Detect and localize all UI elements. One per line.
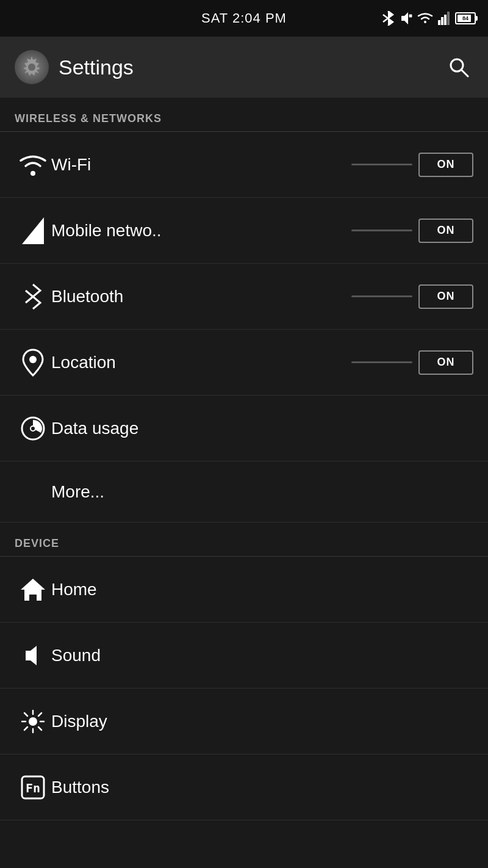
svg-line-29 bbox=[24, 727, 27, 730]
svg-rect-7 bbox=[447, 12, 450, 25]
bluetooth-label: Bluetooth bbox=[51, 287, 351, 306]
buttons-label: Buttons bbox=[51, 778, 473, 797]
sound-label: Sound bbox=[51, 646, 473, 665]
sound-icon bbox=[15, 642, 51, 669]
data-usage-item[interactable]: Data usage bbox=[0, 396, 488, 461]
location-icon bbox=[15, 349, 51, 377]
bluetooth-item[interactable]: Bluetooth ON bbox=[0, 264, 488, 330]
app-header-title: Settings bbox=[59, 56, 444, 79]
display-label: Display bbox=[51, 712, 473, 731]
search-icon bbox=[448, 56, 470, 78]
svg-point-21 bbox=[29, 717, 37, 726]
wifi-icon bbox=[15, 154, 51, 176]
svg-rect-4 bbox=[438, 20, 440, 25]
location-toggle-container: ON bbox=[351, 350, 473, 375]
location-toggle[interactable]: ON bbox=[418, 350, 473, 375]
bluetooth-toggle-container: ON bbox=[351, 284, 473, 309]
mute-icon bbox=[399, 12, 412, 25]
device-section-header: DEVICE bbox=[0, 523, 488, 556]
bluetooth-toggle-line bbox=[351, 295, 412, 297]
svg-line-26 bbox=[24, 713, 27, 716]
svg-marker-19 bbox=[21, 579, 45, 601]
mobile-toggle[interactable]: ON bbox=[418, 219, 473, 243]
mobile-network-item[interactable]: Mobile netwo.. ON bbox=[0, 198, 488, 264]
sound-item[interactable]: Sound bbox=[0, 623, 488, 689]
display-icon bbox=[15, 708, 51, 735]
data-usage-icon bbox=[15, 415, 51, 442]
wireless-section-header: WIRELESS & NETWORKS bbox=[0, 98, 488, 131]
mobile-toggle-container: ON bbox=[351, 219, 473, 243]
wireless-networks-section: WIRELESS & NETWORKS Wi-Fi ON Mobile netw… bbox=[0, 98, 488, 523]
signal-icon bbox=[438, 12, 450, 25]
location-toggle-line bbox=[351, 361, 412, 363]
svg-rect-6 bbox=[444, 15, 447, 25]
data-usage-label: Data usage bbox=[51, 419, 473, 438]
svg-line-11 bbox=[461, 70, 468, 76]
wifi-label: Wi-Fi bbox=[51, 155, 351, 175]
wifi-toggle[interactable]: ON bbox=[418, 153, 473, 177]
svg-point-16 bbox=[29, 356, 37, 363]
app-header: Settings bbox=[0, 37, 488, 98]
display-item[interactable]: Display bbox=[0, 689, 488, 754]
buttons-item[interactable]: Fn Buttons bbox=[0, 754, 488, 820]
svg-line-27 bbox=[38, 727, 41, 730]
search-button[interactable] bbox=[444, 52, 473, 82]
bluetooth-icon bbox=[15, 283, 51, 310]
svg-rect-5 bbox=[441, 17, 443, 25]
mobile-toggle-line bbox=[351, 230, 412, 231]
mobile-network-label: Mobile netwo.. bbox=[51, 221, 351, 241]
svg-line-0 bbox=[383, 15, 388, 18]
battery-level: 84 bbox=[462, 15, 468, 21]
settings-gear-icon bbox=[15, 50, 49, 84]
bluetooth-toggle[interactable]: ON bbox=[418, 284, 473, 309]
wifi-toggle-container: ON bbox=[351, 153, 473, 177]
svg-line-14 bbox=[26, 291, 33, 297]
home-item[interactable]: Home bbox=[0, 557, 488, 623]
svg-marker-13 bbox=[22, 217, 44, 244]
status-bar: SAT 2:04 PM 84 bbox=[0, 0, 488, 37]
wifi-item[interactable]: Wi-Fi ON bbox=[0, 132, 488, 198]
svg-point-18 bbox=[30, 426, 35, 431]
home-icon bbox=[15, 576, 51, 603]
svg-marker-20 bbox=[26, 646, 37, 665]
wifi-toggle-line bbox=[351, 164, 412, 165]
device-section: DEVICE Home Sound bbox=[0, 523, 488, 820]
mobile-network-icon bbox=[15, 217, 51, 244]
home-label: Home bbox=[51, 580, 473, 599]
more-item[interactable]: More... bbox=[0, 461, 488, 523]
svg-line-1 bbox=[383, 18, 388, 22]
svg-text:Fn: Fn bbox=[26, 781, 40, 795]
status-bar-icons: 84 bbox=[382, 11, 476, 26]
svg-line-28 bbox=[38, 713, 41, 716]
buttons-icon: Fn bbox=[15, 774, 51, 801]
svg-point-9 bbox=[28, 63, 35, 71]
location-item[interactable]: Location ON bbox=[0, 330, 488, 396]
location-label: Location bbox=[51, 353, 351, 372]
svg-line-15 bbox=[26, 297, 33, 303]
status-bar-time: SAT 2:04 PM bbox=[201, 10, 287, 26]
svg-point-12 bbox=[30, 171, 35, 176]
more-label: More... bbox=[51, 482, 104, 502]
battery-icon: 84 bbox=[455, 12, 476, 24]
wifi-status-icon bbox=[417, 12, 433, 24]
bluetooth-status-icon bbox=[382, 11, 394, 26]
